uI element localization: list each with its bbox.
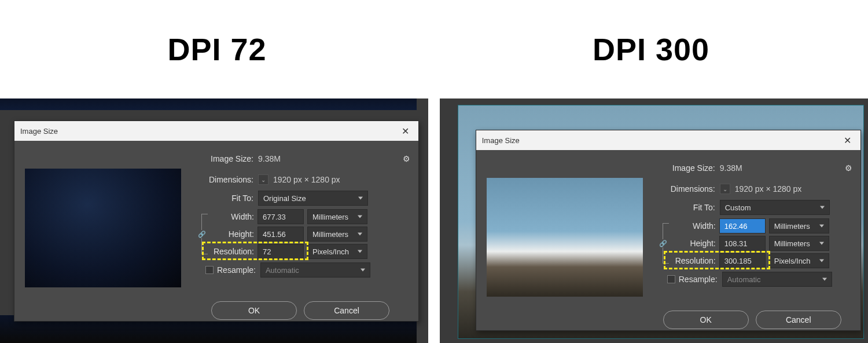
titlebar[interactable]: Image Size ✕ bbox=[14, 121, 418, 141]
gear-icon[interactable]: ⚙ bbox=[403, 154, 410, 163]
ok-button[interactable]: OK bbox=[663, 311, 749, 329]
fit-to-select[interactable]: Original Size bbox=[258, 191, 368, 206]
close-icon[interactable]: ✕ bbox=[840, 135, 855, 146]
heading-right: DPI 300 bbox=[434, 31, 868, 67]
width-label: Width: bbox=[205, 212, 258, 221]
image-size-value: 9.38M bbox=[258, 154, 281, 163]
width-input[interactable]: 677.33 bbox=[258, 209, 304, 224]
fit-to-select[interactable]: Custom bbox=[720, 200, 830, 215]
resample-label: Resample: bbox=[217, 265, 256, 275]
ok-button[interactable]: OK bbox=[211, 301, 297, 320]
dialog-title: Image Size bbox=[482, 136, 840, 145]
image-size-label: Image Size: bbox=[653, 163, 720, 173]
resample-checkbox[interactable] bbox=[205, 266, 214, 274]
resolution-input[interactable]: 300.185 bbox=[719, 253, 766, 268]
resolution-label: Resolution: bbox=[205, 247, 258, 256]
dimensions-value: 1920 px × 1280 px bbox=[735, 184, 802, 194]
fit-to-label: Fit To: bbox=[653, 203, 720, 212]
height-unit-select[interactable]: Millimeters bbox=[307, 227, 367, 242]
dimensions-label: Dimensions: bbox=[653, 184, 720, 194]
resample-mode-select[interactable]: Automatic bbox=[722, 272, 832, 287]
heading-left: DPI 72 bbox=[0, 31, 434, 67]
height-input[interactable]: 108.31 bbox=[719, 236, 766, 251]
height-unit-select[interactable]: Millimeters bbox=[769, 236, 829, 251]
resample-checkbox[interactable] bbox=[667, 275, 675, 283]
resolution-input[interactable]: 72 bbox=[258, 244, 304, 259]
cancel-button[interactable]: Cancel bbox=[756, 311, 841, 329]
width-label: Width: bbox=[667, 221, 719, 231]
image-size-label: Image Size: bbox=[192, 154, 258, 163]
link-icon[interactable]: 🔗 bbox=[659, 239, 667, 247]
height-label: Height: bbox=[205, 229, 258, 239]
dimensions-unit-toggle[interactable]: ⌄ bbox=[258, 174, 269, 185]
height-label: Height: bbox=[667, 239, 719, 248]
titlebar[interactable]: Image Size ✕ bbox=[476, 130, 860, 150]
close-icon[interactable]: ✕ bbox=[398, 126, 413, 137]
width-unit-select[interactable]: Millimeters bbox=[769, 218, 829, 233]
resolution-unit-select[interactable]: Pixels/Inch bbox=[307, 244, 367, 259]
resolution-unit-select[interactable]: Pixels/Inch bbox=[769, 253, 829, 268]
dialog-title: Image Size bbox=[20, 127, 398, 136]
width-unit-select[interactable]: Millimeters bbox=[307, 209, 367, 224]
resample-label: Resample: bbox=[679, 275, 718, 284]
preview-thumbnail bbox=[25, 169, 181, 287]
image-size-dialog: Image Size ✕ Image Size: 9.38M ⚙ Dimensi… bbox=[14, 121, 419, 322]
dimensions-label: Dimensions: bbox=[192, 175, 258, 184]
cancel-button[interactable]: Cancel bbox=[304, 301, 389, 320]
image-size-dialog: Image Size ✕ Image Size: 9.38M ⚙ Dimensi… bbox=[476, 130, 861, 331]
backdrop-top bbox=[0, 98, 417, 110]
dimensions-unit-toggle[interactable]: ⌄ bbox=[720, 184, 730, 194]
gear-icon[interactable]: ⚙ bbox=[845, 163, 852, 173]
resample-mode-select[interactable]: Automatic bbox=[260, 262, 370, 278]
fit-to-label: Fit To: bbox=[192, 194, 258, 203]
panel-divider bbox=[428, 98, 439, 343]
width-input[interactable]: 162.46 bbox=[719, 218, 766, 233]
dimensions-value: 1920 px × 1280 px bbox=[273, 175, 340, 184]
link-icon[interactable]: 🔗 bbox=[198, 230, 206, 238]
aspect-link-bracket: 🔗 bbox=[663, 223, 663, 264]
aspect-link-bracket: 🔗 bbox=[201, 214, 202, 254]
image-size-value: 9.38M bbox=[720, 163, 742, 173]
preview-thumbnail bbox=[487, 178, 643, 297]
height-input[interactable]: 451.56 bbox=[258, 227, 304, 242]
resolution-label: Resolution: bbox=[667, 256, 719, 265]
